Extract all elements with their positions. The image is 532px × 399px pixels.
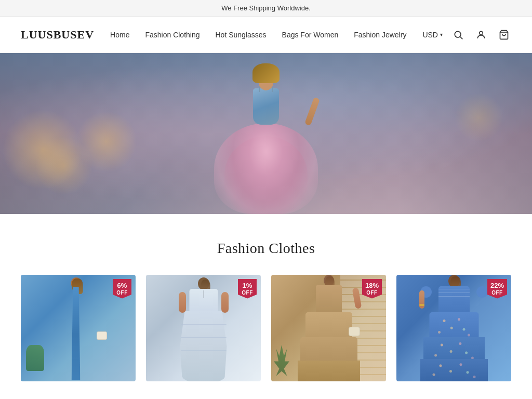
main-nav: Home Fashion Clothing Hot Sunglasses Bag… xyxy=(110,31,406,39)
product-2-arm-right xyxy=(221,292,229,313)
account-button[interactable] xyxy=(474,28,488,42)
product-3-figure xyxy=(295,275,363,381)
product-3-arm xyxy=(352,287,362,309)
product-3-bodice xyxy=(316,285,342,314)
svg-point-2 xyxy=(480,31,483,35)
announcement-bar: We Free Shipping Worldwide. xyxy=(0,0,532,17)
logo[interactable]: LUUSBUSEV xyxy=(21,28,94,42)
figure-strap-right xyxy=(272,87,273,92)
hero-figure xyxy=(193,53,339,214)
products-grid: 6% OFF xyxy=(21,275,511,381)
product-4-tier-3 xyxy=(420,359,488,381)
product-4-figure xyxy=(418,275,490,381)
product-3-tier-1 xyxy=(305,312,352,341)
product-2-ruffle-1 xyxy=(181,324,227,325)
dress-figure xyxy=(209,63,323,214)
product-1-plant xyxy=(26,345,44,371)
product-4-floral-1 xyxy=(429,312,478,341)
product-card-4[interactable]: 22% OFF xyxy=(396,275,511,381)
search-icon xyxy=(453,30,463,40)
product-4-sleeve-right xyxy=(476,286,488,298)
currency-label: USD xyxy=(422,31,438,39)
product-1-bag xyxy=(97,331,107,340)
nav-item-fashion-clothing[interactable]: Fashion Clothing xyxy=(145,31,200,39)
nav-item-home[interactable]: Home xyxy=(110,31,129,39)
product-image-3: 18% OFF xyxy=(271,275,386,381)
product-2-tie xyxy=(203,290,204,298)
product-card-1[interactable]: 6% OFF xyxy=(21,275,136,381)
product-1-dress xyxy=(69,287,83,380)
figure-skirt-inner xyxy=(224,136,308,214)
product-4-floral-3 xyxy=(420,359,488,381)
product-image-2: 1% OFF xyxy=(146,275,261,381)
product-1-figure xyxy=(52,277,99,381)
figure-hair xyxy=(252,63,280,83)
cart-button[interactable] xyxy=(497,28,511,42)
product-4-tier-1 xyxy=(429,312,478,341)
cart-icon xyxy=(499,30,509,40)
product-4-bodice xyxy=(438,286,470,315)
header: LUUSBUSEV Home Fashion Clothing Hot Sung… xyxy=(0,17,532,53)
product-4-bracelet xyxy=(419,304,424,306)
nav-item-bags-for-women[interactable]: Bags For Women xyxy=(282,31,339,39)
discount-badge-2: 1% OFF xyxy=(238,279,257,299)
product-card-3[interactable]: 18% OFF xyxy=(271,275,386,381)
user-icon xyxy=(476,30,486,40)
discount-badge-4: 22% OFF xyxy=(487,279,507,299)
figure-bodice xyxy=(253,88,279,125)
product-2-ruffle-3 xyxy=(181,350,227,351)
search-button[interactable] xyxy=(451,28,466,42)
figure-strap-left xyxy=(259,87,260,92)
hero-banner xyxy=(0,53,532,214)
figure-arm xyxy=(304,97,320,126)
discount-badge-1: 6% OFF xyxy=(113,279,131,299)
product-2-skirt xyxy=(180,311,227,381)
svg-line-1 xyxy=(460,36,463,39)
product-2-arm-left xyxy=(179,292,186,313)
product-card-2[interactable]: 1% OFF xyxy=(146,275,261,381)
currency-selector[interactable]: USD ▾ xyxy=(422,31,443,39)
nav-item-hot-sunglasses[interactable]: Hot Sunglasses xyxy=(216,31,267,39)
fashion-clothes-section: Fashion Clothes 6% OFF xyxy=(0,214,532,392)
svg-point-0 xyxy=(455,31,461,37)
product-image-4: 22% OFF xyxy=(396,275,511,381)
product-image-1: 6% OFF xyxy=(21,275,136,381)
product-3-plant xyxy=(274,345,289,381)
product-3-bag xyxy=(349,327,360,336)
header-actions: USD ▾ xyxy=(422,28,511,42)
currency-arrow-icon: ▾ xyxy=(440,32,443,37)
section-title: Fashion Clothes xyxy=(21,240,511,257)
nav-item-fashion-jewelry[interactable]: Fashion Jewelry xyxy=(354,31,406,39)
discount-badge-3: 18% OFF xyxy=(362,279,382,299)
product-3-tier-3 xyxy=(298,361,360,381)
product-2-ruffle-2 xyxy=(181,337,227,338)
announcement-text: We Free Shipping Worldwide. xyxy=(221,4,311,12)
